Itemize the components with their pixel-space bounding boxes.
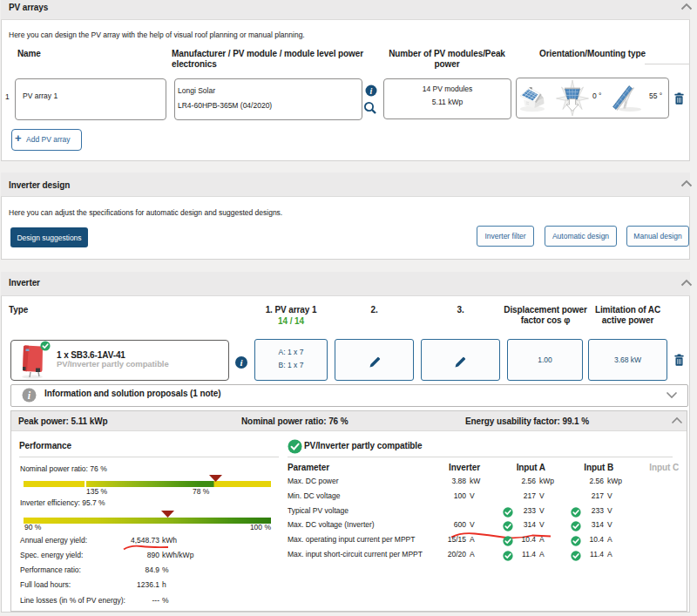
svg-text:i: i bbox=[370, 86, 373, 96]
